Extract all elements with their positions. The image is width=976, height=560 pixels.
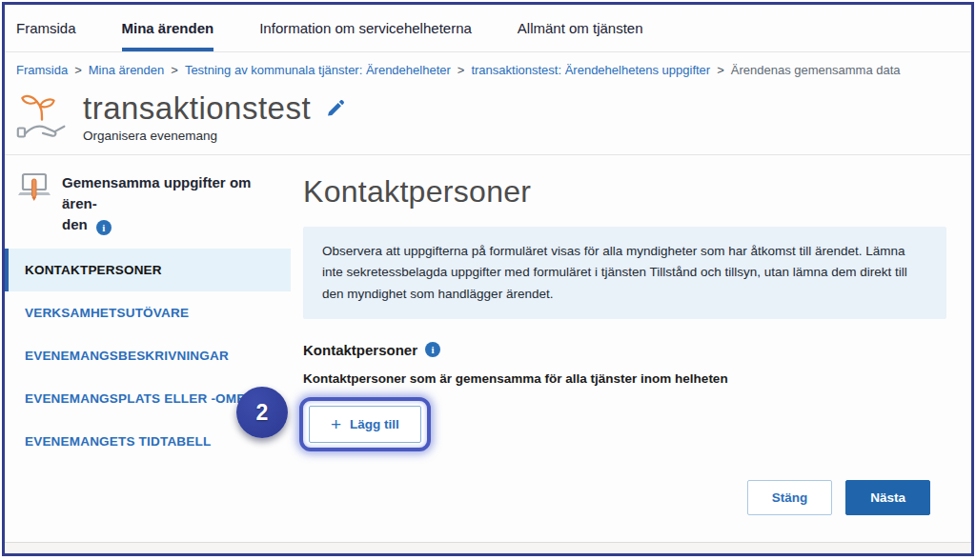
close-button[interactable]: Stäng [747,480,833,515]
sidebar-section-header: Gemensamma uppgifter om ären- den i [5,167,291,249]
footer-actions: Stäng Nästa [303,480,930,515]
footer-strip [5,542,971,553]
sidebar-item-kontaktpersoner[interactable]: KONTAKTPERSONER [5,249,291,291]
page-subtitle: Organisera evenemang [83,129,344,143]
edit-title-pencil-icon[interactable] [326,100,344,118]
annotation-step-badge: 2 [236,387,288,438]
laptop-pen-icon [18,172,52,235]
add-button-area: + Lägg till [303,397,946,451]
info-icon[interactable]: i [425,342,440,357]
breadcrumb-separator: > [74,63,82,77]
sidebar-item-evenemangsbeskrivningar[interactable]: EVENEMANGSBESKRIVNINGAR [5,334,291,377]
page-title: transaktionstest [83,90,311,127]
info-icon[interactable]: i [96,220,112,235]
add-contact-button-label: Lägg till [350,417,399,431]
breadcrumb-separator: > [458,63,465,77]
next-button[interactable]: Nästa [845,480,930,515]
sidebar-item-verksamhetsutovare[interactable]: VERKSAMHETSUTÖVARE [5,291,291,334]
subsection-title: Kontaktpersoner [303,342,417,358]
nav-item-mina-arenden[interactable]: Mina ärenden [122,5,214,51]
content-area: Gemensamma uppgifter om ären- den i KONT… [5,155,971,542]
annotation-highlight-ring: + Lägg till [299,397,431,451]
sidebar: Gemensamma uppgifter om ären- den i KONT… [5,155,291,542]
main-panel: Kontaktpersoner Observera att uppgiftern… [291,155,971,542]
breadcrumb-separator: > [717,63,724,77]
hand-sprout-icon [16,91,68,143]
breadcrumb: Framsida > Mina ärenden > Testning av ko… [5,52,971,87]
subsection-description: Kontaktpersoner som är gemensamma för al… [303,371,946,386]
breadcrumb-link-transaktionstest[interactable]: transaktionstest: Ärendehelhetens uppgif… [471,63,710,77]
page-header: transaktionstest Organisera evenemang [5,87,971,155]
breadcrumb-current-page: Ärendenas gemensamma data [731,63,901,77]
page: Framsida Mina ärenden Information om ser… [0,0,976,560]
breadcrumb-link-framsida[interactable]: Framsida [16,63,68,77]
subsection-header: Kontaktpersoner i [303,342,946,358]
add-contact-button[interactable]: + Lägg till [309,406,421,443]
notice-box: Observera att uppgifterna på formuläret … [303,227,946,319]
sidebar-section-title: Gemensamma uppgifter om ären- den i [62,172,277,235]
breadcrumb-separator: > [171,63,178,77]
breadcrumb-link-testning[interactable]: Testning av kommunala tjänster: Ärendehe… [185,63,451,77]
main-heading: Kontaktpersoner [303,174,946,210]
plus-icon: + [331,415,341,433]
top-navigation: Framsida Mina ärenden Information om ser… [5,5,971,52]
app-window-frame: Framsida Mina ärenden Information om ser… [2,2,974,556]
nav-item-information-om-servicehelheterna[interactable]: Information om servicehelheterna [259,5,472,51]
breadcrumb-link-mina-arenden[interactable]: Mina ärenden [89,63,165,77]
nav-item-allmant-om-tjansten[interactable]: Allmänt om tjänsten [518,5,643,51]
nav-item-framsida[interactable]: Framsida [16,5,76,51]
